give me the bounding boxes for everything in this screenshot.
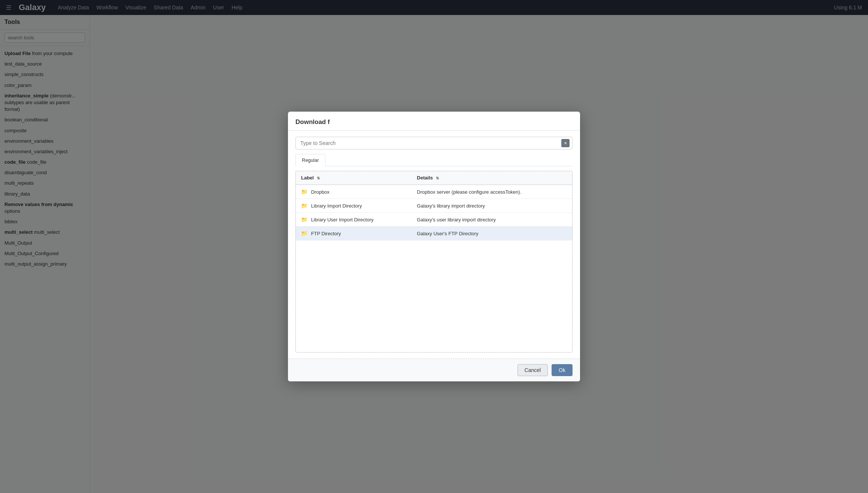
row-label: 📁 Library User Import Directory <box>296 213 412 227</box>
modal-tabs: Regular <box>295 154 573 166</box>
search-input[interactable] <box>295 137 573 149</box>
sort-details-icon: ⇅ <box>436 176 439 180</box>
row-label: 📁 Library Import Directory <box>296 199 412 213</box>
file-list-container: Label ⇅ Details ⇅ 📁 <box>295 171 573 353</box>
row-details: Galaxy User's FTP Directory <box>412 227 572 241</box>
folder-icon: 📁 <box>301 189 307 195</box>
folder-icon: 📁 <box>301 203 307 209</box>
row-label: 📁 FTP Directory <box>296 227 412 241</box>
folder-icon: 📁 <box>301 217 307 223</box>
search-row: × <box>295 137 573 149</box>
search-clear-button[interactable]: × <box>561 139 570 147</box>
file-table: Label ⇅ Details ⇅ 📁 <box>296 171 572 241</box>
row-label: 📁 Dropbox <box>296 185 412 199</box>
modal-title: Download f <box>295 118 330 125</box>
table-row[interactable]: 📁 Library User Import Directory Galaxy's… <box>296 213 572 227</box>
tab-regular[interactable]: Regular <box>295 154 325 166</box>
sort-label-icon: ⇅ <box>317 176 320 180</box>
cancel-button[interactable]: Cancel <box>518 364 548 376</box>
col-details-header[interactable]: Details ⇅ <box>412 171 572 185</box>
col-label-header[interactable]: Label ⇅ <box>296 171 412 185</box>
table-row[interactable]: 📁 Library Import Directory Galaxy's libr… <box>296 199 572 213</box>
modal-body: × Regular Label ⇅ <box>288 131 580 359</box>
table-header-row: Label ⇅ Details ⇅ <box>296 171 572 185</box>
table-row[interactable]: 📁 Dropbox Dropbox server (please configu… <box>296 185 572 199</box>
modal-overlay: Download f × Regular <box>0 0 868 493</box>
ok-button[interactable]: Ok <box>552 364 573 376</box>
search-input-wrap: × <box>295 137 573 149</box>
table-row[interactable]: 📁 FTP Directory Galaxy User's FTP Direct… <box>296 227 572 241</box>
row-details: Galaxy's user library import directory <box>412 213 572 227</box>
modal-footer: Cancel Ok <box>288 359 580 381</box>
file-select-modal: Download f × Regular <box>288 112 580 381</box>
row-details: Dropbox server (please configure accessT… <box>412 185 572 199</box>
folder-icon: 📁 <box>301 230 307 236</box>
row-details: Galaxy's library import directory <box>412 199 572 213</box>
modal-header: Download f <box>288 112 580 131</box>
